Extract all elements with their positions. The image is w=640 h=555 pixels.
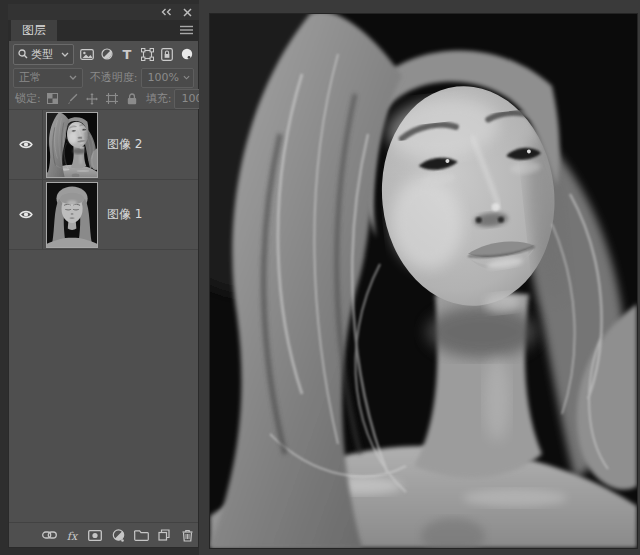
pixel-layer-filter-icon[interactable] bbox=[80, 46, 94, 62]
close-panel-icon[interactable] bbox=[181, 8, 193, 17]
blend-mode-dropdown: 正常 bbox=[13, 68, 83, 88]
smart-object-filter-icon[interactable] bbox=[160, 46, 174, 62]
layer-row-image1[interactable]: 图像 1 bbox=[9, 180, 198, 250]
filter-kind-dropdown[interactable]: 类型 bbox=[13, 44, 74, 65]
new-group-folder-icon[interactable] bbox=[131, 525, 151, 545]
layer-thumbnail-three-quarter-portrait[interactable] bbox=[46, 112, 98, 178]
shape-layer-filter-icon[interactable] bbox=[140, 46, 154, 62]
search-icon bbox=[18, 49, 28, 59]
chevron-down-icon bbox=[183, 75, 190, 80]
blend-row: 正常 不透明度: 100% bbox=[9, 67, 198, 88]
canvas-area bbox=[199, 0, 640, 555]
panel-tabstrip: 图层 bbox=[8, 20, 199, 41]
new-adjustment-layer-icon[interactable] bbox=[108, 525, 128, 545]
visibility-eye-icon[interactable] bbox=[9, 180, 43, 249]
layer-name[interactable]: 图像 2 bbox=[107, 136, 142, 153]
layers-panel: 图层 类型 bbox=[8, 4, 199, 548]
lock-row: 锁定: 填充: 100% bbox=[9, 88, 198, 109]
add-layer-mask-icon[interactable] bbox=[85, 525, 105, 545]
adjustment-layer-filter-icon[interactable] bbox=[100, 46, 114, 62]
filter-icons: T bbox=[80, 46, 194, 62]
opacity-label: 不透明度: bbox=[90, 70, 138, 85]
layer-filter-row: 类型 T bbox=[9, 41, 198, 67]
chevron-down-icon bbox=[61, 52, 69, 57]
visibility-eye-icon[interactable] bbox=[9, 110, 43, 179]
panel-bottom-bar: fx bbox=[9, 522, 198, 547]
layer-thumbnail-frontal-portrait[interactable] bbox=[46, 182, 98, 248]
opacity-value: 100% bbox=[148, 71, 179, 84]
svg-text:fx: fx bbox=[67, 529, 79, 542]
opacity-value-box: 100% bbox=[141, 68, 194, 88]
canvas-image-grayscale-portrait[interactable] bbox=[210, 14, 637, 548]
delete-layer-trash-icon[interactable] bbox=[177, 525, 197, 545]
lock-label: 锁定: bbox=[15, 91, 41, 106]
layer-row-image2[interactable]: 图像 2 bbox=[9, 110, 198, 180]
blend-mode-value: 正常 bbox=[19, 70, 41, 85]
lock-transparent-pixels-icon bbox=[46, 92, 59, 106]
layer-list: 图像 2 图像 1 bbox=[9, 109, 198, 250]
lock-position-icon bbox=[86, 92, 99, 106]
svg-text:T: T bbox=[123, 48, 132, 61]
chevron-down-icon bbox=[69, 75, 77, 80]
layer-name[interactable]: 图像 1 bbox=[107, 206, 142, 223]
type-layer-filter-icon[interactable]: T bbox=[120, 46, 134, 62]
filter-kind-value: 类型 bbox=[31, 47, 53, 62]
lock-image-pixels-icon bbox=[66, 92, 79, 106]
tab-layers[interactable]: 图层 bbox=[11, 20, 57, 41]
new-layer-icon[interactable] bbox=[154, 525, 174, 545]
layer-style-fx-icon[interactable]: fx bbox=[62, 525, 82, 545]
layer-list-empty-space bbox=[9, 250, 198, 522]
lock-artboard-icon bbox=[106, 92, 119, 106]
filter-toggle-icon[interactable] bbox=[180, 46, 194, 62]
lock-icons bbox=[46, 92, 139, 106]
link-layers-icon[interactable] bbox=[39, 525, 59, 545]
panel-menu-icon[interactable] bbox=[180, 24, 193, 35]
panel-titlebar bbox=[8, 4, 199, 20]
layers-panel-body: 类型 T bbox=[8, 41, 199, 548]
collapse-panel-icon[interactable] bbox=[160, 8, 172, 17]
tab-layers-label: 图层 bbox=[22, 23, 46, 37]
fill-label: 填充: bbox=[146, 91, 172, 106]
lock-all-icon bbox=[126, 92, 139, 106]
